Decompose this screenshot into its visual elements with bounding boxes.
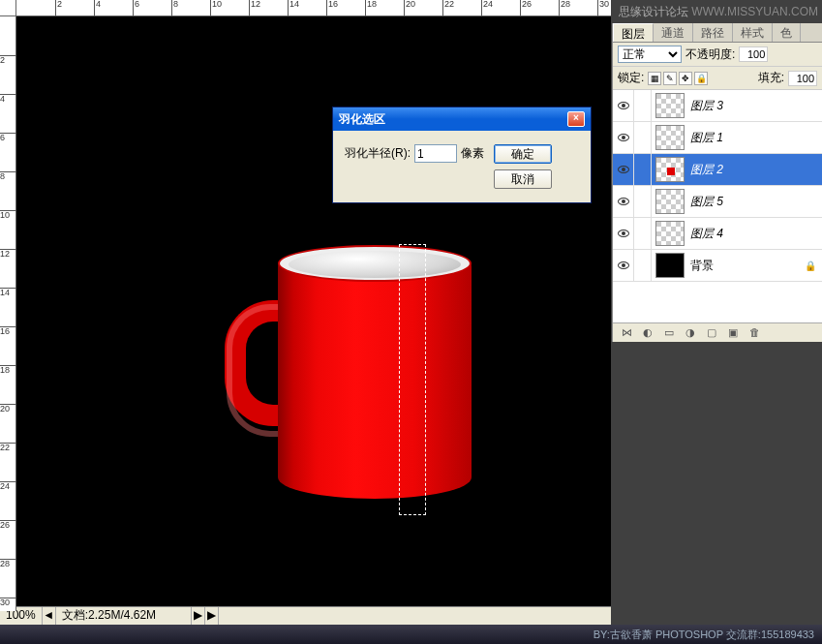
ruler-tick: 4 [0, 94, 16, 104]
status-bar: 100% ◄ 文档:2.25M/4.62M ▶ ▶ [0, 606, 611, 625]
layer-name[interactable]: 图层 2 [688, 162, 822, 178]
visibility-toggle[interactable] [613, 154, 634, 186]
ruler-tick: 18 [0, 365, 16, 375]
status-prev-icon[interactable]: ◄ [43, 607, 56, 626]
ruler-tick: 12 [0, 249, 16, 259]
lock-position-icon[interactable]: ✥ [679, 72, 692, 85]
link-col[interactable] [634, 218, 652, 250]
ruler-tick: 28 [559, 0, 570, 16]
ruler-tick: 28 [0, 559, 16, 568]
cancel-button[interactable]: 取消 [494, 169, 552, 189]
layer-thumbnail[interactable] [655, 157, 685, 182]
ruler-tick: 2 [55, 0, 62, 16]
mug-inner [289, 251, 461, 278]
visibility-toggle[interactable] [613, 122, 634, 154]
layer-name[interactable]: 图层 5 [688, 194, 822, 210]
tab-路径[interactable]: 路径 [693, 23, 733, 42]
layer-item[interactable]: 图层 2 [613, 154, 822, 186]
adjustment-layer-icon[interactable]: ◑ [683, 326, 698, 340]
layer-thumbnail[interactable] [655, 189, 685, 214]
new-layer-icon[interactable]: ▣ [725, 326, 741, 340]
ruler-tick: 16 [0, 326, 16, 336]
panel-tabs: 图层通道路径样式色 [613, 23, 822, 43]
eye-icon [618, 230, 629, 237]
eye-icon [618, 261, 629, 269]
lock-all-icon[interactable]: 🔒 [694, 72, 708, 85]
dialog-title: 羽化选区 [339, 111, 385, 128]
layer-item[interactable]: 图层 1 [613, 122, 822, 154]
ruler-corner [0, 0, 16, 16]
visibility-toggle[interactable] [613, 90, 634, 122]
ruler-tick: 16 [326, 0, 338, 16]
layer-item[interactable]: 图层 5 [613, 186, 822, 218]
layer-style-icon[interactable]: ◐ [640, 326, 655, 340]
tab-图层[interactable]: 图层 [613, 23, 654, 42]
layer-name[interactable]: 图层 1 [688, 130, 822, 146]
layer-thumbnail[interactable] [655, 125, 685, 150]
visibility-toggle[interactable] [613, 250, 634, 282]
layer-thumbnail[interactable] [655, 253, 685, 278]
fill-value[interactable]: 100 [788, 71, 817, 86]
eye-icon [618, 198, 629, 205]
ruler-tick: 6 [0, 133, 16, 142]
lock-transparency-icon[interactable]: ▦ [648, 72, 661, 85]
lock-label: 锁定: [618, 70, 644, 86]
layer-item[interactable]: 背景🔒 [613, 250, 822, 282]
status-next-icon[interactable]: ▶ [205, 607, 219, 626]
ruler-tick: 30 [597, 0, 609, 16]
layer-mask-icon[interactable]: ▭ [661, 326, 677, 340]
tab-通道[interactable]: 通道 [654, 23, 693, 42]
lock-paint-icon[interactable]: ✎ [663, 72, 677, 85]
feather-dialog: 羽化选区 × 羽化半径(R): 像素 确定 取消 [332, 107, 592, 203]
ruler-tick: 30 [0, 598, 16, 607]
link-col[interactable] [634, 90, 652, 122]
opacity-value[interactable]: 100 [739, 46, 768, 62]
ruler-tick: 22 [0, 443, 16, 452]
layer-name[interactable]: 背景 [688, 258, 805, 274]
ruler-vertical[interactable]: 24681012141618202224262830 [0, 16, 16, 611]
new-group-icon[interactable]: ▢ [704, 326, 719, 340]
panel-footer: ⋈ ◐ ▭ ◑ ▢ ▣ 🗑 [613, 322, 822, 342]
blend-mode-select[interactable]: 正常 [618, 46, 682, 63]
lock-icons: ▦ ✎ ✥ 🔒 [648, 72, 708, 85]
credit-bar: BY:古欲香萧 PHOTOSHOP 交流群:155189433 [0, 625, 822, 644]
layers-panel: 图层通道路径样式色 正常 不透明度: 100 锁定: ▦ ✎ ✥ 🔒 填充: 1… [612, 23, 822, 342]
feather-unit: 像素 [461, 145, 484, 162]
layer-name[interactable]: 图层 4 [688, 226, 822, 242]
link-layers-icon[interactable]: ⋈ [619, 326, 634, 340]
ruler-horizontal[interactable]: 24681012141618202224262830 [16, 0, 611, 16]
layer-item[interactable]: 图层 3 [613, 90, 822, 122]
layer-name[interactable]: 图层 3 [688, 98, 822, 114]
close-icon[interactable]: × [567, 111, 585, 127]
feather-radius-input[interactable] [414, 144, 457, 163]
ruler-tick: 14 [288, 0, 299, 16]
delete-layer-icon[interactable]: 🗑 [746, 326, 762, 340]
tab-色[interactable]: 色 [773, 23, 801, 42]
link-col[interactable] [634, 122, 652, 154]
ruler-tick: 10 [210, 0, 222, 16]
selection-marquee[interactable] [399, 244, 426, 515]
ruler-tick: 14 [0, 288, 16, 297]
status-menu-icon[interactable]: ▶ [192, 607, 205, 626]
layer-thumbnail[interactable] [655, 221, 685, 246]
ruler-tick: 10 [0, 210, 16, 220]
mug-artwork [225, 237, 476, 518]
layer-item[interactable]: 图层 4 [613, 218, 822, 250]
link-col[interactable] [634, 154, 652, 186]
ruler-tick: 24 [481, 0, 493, 16]
visibility-toggle[interactable] [613, 186, 634, 218]
mug-body [278, 257, 472, 499]
eye-icon [618, 102, 629, 109]
doc-size: 文档:2.25M/4.62M [56, 607, 192, 626]
ruler-tick: 8 [0, 171, 16, 181]
visibility-toggle[interactable] [613, 218, 634, 250]
link-col[interactable] [634, 186, 652, 218]
link-col[interactable] [634, 250, 652, 282]
lock-icon: 🔒 [805, 261, 816, 271]
tab-样式[interactable]: 样式 [733, 23, 773, 42]
layer-thumbnail[interactable] [655, 93, 685, 118]
dialog-titlebar[interactable]: 羽化选区 × [333, 107, 591, 131]
eye-icon [618, 134, 629, 141]
ruler-tick: 18 [365, 0, 377, 16]
ok-button[interactable]: 确定 [494, 144, 552, 164]
